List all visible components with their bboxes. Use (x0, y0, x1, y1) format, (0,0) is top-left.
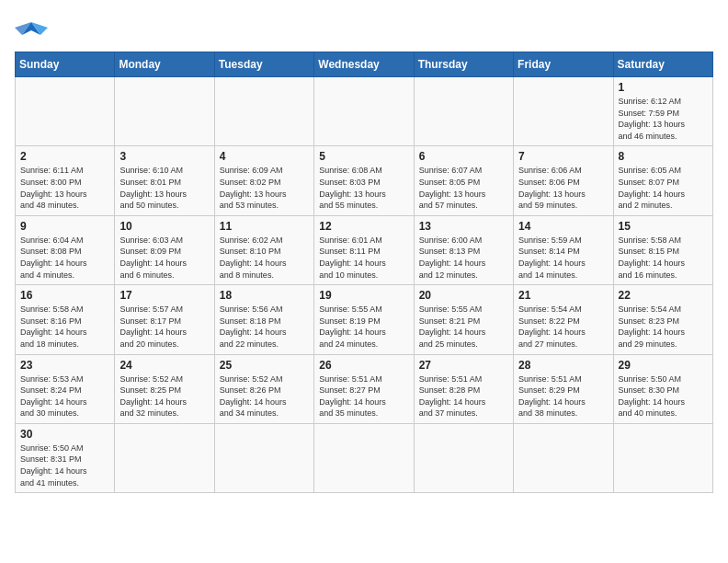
day-info: Sunrise: 5:58 AM Sunset: 8:15 PM Dayligh… (619, 235, 708, 281)
day-number: 15 (619, 220, 708, 233)
day-info: Sunrise: 6:02 AM Sunset: 8:10 PM Dayligh… (220, 235, 309, 281)
day-number: 29 (619, 359, 708, 372)
calendar-cell: 13Sunrise: 6:00 AM Sunset: 8:13 PM Dayli… (414, 215, 513, 284)
calendar: SundayMondayTuesdayWednesdayThursdayFrid… (15, 52, 713, 493)
calendar-cell: 5Sunrise: 6:08 AM Sunset: 8:03 PM Daylig… (314, 146, 414, 215)
day-info: Sunrise: 6:01 AM Sunset: 8:11 PM Dayligh… (319, 235, 408, 281)
calendar-cell: 10Sunrise: 6:03 AM Sunset: 8:09 PM Dayli… (115, 215, 214, 284)
calendar-body: 1Sunrise: 6:12 AM Sunset: 7:59 PM Daylig… (16, 77, 713, 493)
weekday-header-saturday: Saturday (613, 52, 712, 77)
calendar-cell (414, 423, 513, 492)
calendar-cell: 1Sunrise: 6:12 AM Sunset: 7:59 PM Daylig… (613, 77, 712, 146)
calendar-cell (613, 423, 712, 492)
day-info: Sunrise: 5:52 AM Sunset: 8:26 PM Dayligh… (220, 373, 309, 419)
calendar-cell: 16Sunrise: 5:58 AM Sunset: 8:16 PM Dayli… (16, 285, 115, 354)
calendar-cell: 24Sunrise: 5:52 AM Sunset: 8:25 PM Dayli… (115, 354, 214, 423)
logo (15, 15, 51, 42)
day-number: 11 (220, 220, 309, 233)
day-info: Sunrise: 5:51 AM Sunset: 8:27 PM Dayligh… (319, 373, 408, 419)
calendar-cell: 14Sunrise: 5:59 AM Sunset: 8:14 PM Dayli… (514, 215, 613, 284)
calendar-cell (115, 423, 214, 492)
day-info: Sunrise: 5:51 AM Sunset: 8:28 PM Dayligh… (419, 373, 508, 419)
day-info: Sunrise: 6:00 AM Sunset: 8:13 PM Dayligh… (419, 235, 508, 281)
calendar-week-5: 30Sunrise: 5:50 AM Sunset: 8:31 PM Dayli… (16, 423, 713, 492)
day-number: 3 (119, 150, 209, 163)
calendar-cell: 9Sunrise: 6:04 AM Sunset: 8:08 PM Daylig… (16, 215, 115, 284)
calendar-week-1: 2Sunrise: 6:11 AM Sunset: 8:00 PM Daylig… (16, 146, 713, 215)
day-number: 27 (419, 359, 508, 372)
day-info: Sunrise: 6:03 AM Sunset: 8:09 PM Dayligh… (119, 235, 209, 281)
calendar-cell: 8Sunrise: 6:05 AM Sunset: 8:07 PM Daylig… (613, 146, 712, 215)
weekday-header-row: SundayMondayTuesdayWednesdayThursdayFrid… (16, 52, 713, 77)
day-number: 13 (419, 220, 508, 233)
calendar-cell (214, 77, 313, 146)
day-number: 28 (518, 359, 608, 372)
day-number: 7 (518, 150, 608, 163)
calendar-cell: 4Sunrise: 6:09 AM Sunset: 8:02 PM Daylig… (214, 146, 313, 215)
day-number: 18 (220, 289, 309, 302)
calendar-cell: 27Sunrise: 5:51 AM Sunset: 8:28 PM Dayli… (414, 354, 513, 423)
calendar-cell: 28Sunrise: 5:51 AM Sunset: 8:29 PM Dayli… (514, 354, 613, 423)
day-info: Sunrise: 5:54 AM Sunset: 8:23 PM Dayligh… (619, 304, 708, 350)
day-number: 19 (319, 289, 408, 302)
calendar-cell (314, 77, 414, 146)
day-info: Sunrise: 5:53 AM Sunset: 8:24 PM Dayligh… (20, 373, 109, 419)
day-info: Sunrise: 5:55 AM Sunset: 8:19 PM Dayligh… (319, 304, 408, 350)
day-info: Sunrise: 5:54 AM Sunset: 8:22 PM Dayligh… (518, 304, 608, 350)
day-number: 26 (319, 359, 408, 372)
calendar-cell: 6Sunrise: 6:07 AM Sunset: 8:05 PM Daylig… (414, 146, 513, 215)
calendar-cell: 3Sunrise: 6:10 AM Sunset: 8:01 PM Daylig… (115, 146, 214, 215)
calendar-week-2: 9Sunrise: 6:04 AM Sunset: 8:08 PM Daylig… (16, 215, 713, 284)
calendar-cell (514, 77, 613, 146)
day-number: 30 (20, 428, 109, 441)
day-info: Sunrise: 5:52 AM Sunset: 8:25 PM Dayligh… (119, 373, 209, 419)
calendar-cell: 30Sunrise: 5:50 AM Sunset: 8:31 PM Dayli… (16, 423, 115, 492)
day-number: 17 (119, 289, 209, 302)
day-info: Sunrise: 5:51 AM Sunset: 8:29 PM Dayligh… (518, 373, 608, 419)
header (15, 15, 713, 42)
calendar-cell: 12Sunrise: 6:01 AM Sunset: 8:11 PM Dayli… (314, 215, 414, 284)
day-info: Sunrise: 6:04 AM Sunset: 8:08 PM Dayligh… (20, 235, 109, 281)
day-number: 14 (518, 220, 608, 233)
calendar-cell: 2Sunrise: 6:11 AM Sunset: 8:00 PM Daylig… (16, 146, 115, 215)
day-info: Sunrise: 6:09 AM Sunset: 8:02 PM Dayligh… (220, 165, 309, 211)
day-number: 23 (20, 359, 109, 372)
weekday-header-thursday: Thursday (414, 52, 513, 77)
day-number: 10 (119, 220, 209, 233)
weekday-header-wednesday: Wednesday (314, 52, 414, 77)
day-number: 12 (319, 220, 408, 233)
calendar-cell: 18Sunrise: 5:56 AM Sunset: 8:18 PM Dayli… (214, 285, 313, 354)
calendar-cell: 7Sunrise: 6:06 AM Sunset: 8:06 PM Daylig… (514, 146, 613, 215)
day-number: 16 (20, 289, 109, 302)
calendar-cell: 20Sunrise: 5:55 AM Sunset: 8:21 PM Dayli… (414, 285, 513, 354)
calendar-cell: 15Sunrise: 5:58 AM Sunset: 8:15 PM Dayli… (613, 215, 712, 284)
day-info: Sunrise: 6:06 AM Sunset: 8:06 PM Dayligh… (518, 165, 608, 211)
day-info: Sunrise: 6:07 AM Sunset: 8:05 PM Dayligh… (419, 165, 508, 211)
calendar-cell: 22Sunrise: 5:54 AM Sunset: 8:23 PM Dayli… (613, 285, 712, 354)
day-number: 1 (619, 81, 708, 94)
day-info: Sunrise: 5:55 AM Sunset: 8:21 PM Dayligh… (419, 304, 508, 350)
calendar-cell: 26Sunrise: 5:51 AM Sunset: 8:27 PM Dayli… (314, 354, 414, 423)
day-number: 22 (619, 289, 708, 302)
day-number: 8 (619, 150, 708, 163)
day-info: Sunrise: 6:11 AM Sunset: 8:00 PM Dayligh… (20, 165, 109, 211)
day-number: 2 (20, 150, 109, 163)
calendar-cell: 21Sunrise: 5:54 AM Sunset: 8:22 PM Dayli… (514, 285, 613, 354)
day-number: 21 (518, 289, 608, 302)
calendar-cell (414, 77, 513, 146)
calendar-cell (514, 423, 613, 492)
calendar-cell: 17Sunrise: 5:57 AM Sunset: 8:17 PM Dayli… (115, 285, 214, 354)
day-info: Sunrise: 5:58 AM Sunset: 8:16 PM Dayligh… (20, 304, 109, 350)
day-number: 6 (419, 150, 508, 163)
day-info: Sunrise: 6:10 AM Sunset: 8:01 PM Dayligh… (119, 165, 209, 211)
day-number: 24 (119, 359, 209, 372)
day-info: Sunrise: 5:57 AM Sunset: 8:17 PM Dayligh… (119, 304, 209, 350)
day-number: 4 (220, 150, 309, 163)
calendar-cell: 25Sunrise: 5:52 AM Sunset: 8:26 PM Dayli… (214, 354, 313, 423)
day-number: 9 (20, 220, 109, 233)
calendar-cell: 23Sunrise: 5:53 AM Sunset: 8:24 PM Dayli… (16, 354, 115, 423)
day-info: Sunrise: 6:05 AM Sunset: 8:07 PM Dayligh… (619, 165, 708, 211)
day-info: Sunrise: 6:12 AM Sunset: 7:59 PM Dayligh… (619, 96, 708, 142)
calendar-cell (314, 423, 414, 492)
logo-bird-icon (15, 15, 48, 42)
